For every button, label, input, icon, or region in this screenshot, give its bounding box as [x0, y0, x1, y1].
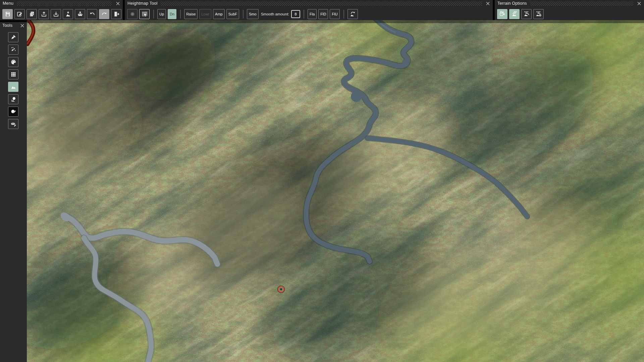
palette-tool-button[interactable] — [8, 57, 18, 67]
import-button[interactable] — [51, 9, 61, 19]
mask-edit-tool-button[interactable] — [8, 119, 18, 129]
separator — [153, 10, 154, 18]
separator — [343, 10, 344, 18]
raise-button[interactable]: Raise — [184, 9, 198, 19]
titlebar-drag-dots — [530, 1, 633, 6]
terrain-options-title: Terrain Options — [497, 1, 527, 6]
terrain-options-panel: Terrain Options — [495, 0, 644, 20]
redo-button[interactable] — [99, 9, 109, 19]
tools-title: Tools — [2, 23, 12, 28]
copy-map-button[interactable] — [26, 9, 37, 19]
menu-toolbar — [2, 9, 121, 19]
up-button[interactable]: Up — [157, 9, 166, 19]
terrain-options-toolbar — [497, 9, 642, 19]
amplify-button[interactable]: Amp — [213, 9, 225, 19]
down-button[interactable]: Dn — [168, 9, 176, 19]
terrain-render — [27, 20, 644, 362]
entity-tool-button[interactable] — [8, 94, 18, 104]
smooth-button[interactable]: Smo — [247, 9, 259, 19]
brush-cursor — [278, 286, 284, 293]
titlebar-drag-dots — [17, 1, 112, 6]
tools-toolbar — [8, 32, 18, 129]
menu-title: Menu — [3, 1, 13, 6]
tile-grid-tool-button[interactable] — [8, 69, 18, 79]
import-heightmap-button[interactable] — [63, 9, 73, 19]
smooth-amount-label: Smooth amount: — [261, 12, 289, 16]
flatten-button[interactable]: Fla — [308, 9, 317, 19]
close-icon[interactable] — [20, 23, 24, 28]
brush-tool-button[interactable] — [8, 32, 18, 42]
save-button[interactable] — [2, 9, 13, 19]
separator — [304, 10, 304, 18]
close-icon[interactable] — [115, 1, 120, 6]
magic-brush-tool-button[interactable] — [8, 45, 18, 55]
camera-view-button[interactable] — [497, 9, 507, 19]
menu-titlebar[interactable]: Menu — [0, 0, 123, 7]
terrain-options-titlebar[interactable]: Terrain Options — [495, 0, 644, 7]
separator — [243, 10, 244, 18]
tools-titlebar[interactable]: Tools — [0, 22, 27, 29]
titlebar-drag-dots — [161, 1, 482, 6]
map-viewport[interactable] — [27, 20, 644, 362]
import-mask-button[interactable] — [75, 9, 85, 19]
heightmap-toolbar: Up Dn Raise Lowr Amp SubF Smo Smooth amo… — [127, 9, 491, 19]
export-button[interactable] — [39, 9, 49, 19]
flatten-up-button[interactable]: FlU — [330, 9, 339, 19]
close-icon[interactable] — [485, 1, 490, 6]
heightmap-tool-panel: Heightmap Tool Up Dn Raise Lowr Amp SubF… — [125, 0, 493, 20]
smooth-amount-input[interactable] — [291, 10, 300, 18]
flatten-down-button[interactable]: FlD — [318, 9, 328, 19]
close-icon[interactable] — [637, 1, 641, 6]
heightmap-title: Heightmap Tool — [127, 1, 157, 6]
exit-button[interactable] — [111, 9, 121, 19]
heightmap-tool-button[interactable] — [8, 82, 18, 92]
tools-panel: Tools — [0, 22, 27, 362]
soft-brush-button[interactable] — [127, 9, 138, 19]
regenerate-terrain-button[interactable] — [347, 9, 358, 19]
lower-button[interactable]: Lowr — [199, 9, 211, 19]
grid-select-button[interactable] — [139, 9, 150, 19]
terrain-settings-button[interactable] — [533, 9, 544, 19]
edit-map-button[interactable] — [14, 9, 25, 19]
undo-button[interactable] — [87, 9, 97, 19]
heightmap-titlebar[interactable]: Heightmap Tool — [125, 0, 493, 7]
separator — [180, 10, 181, 18]
circle-edit-tool-button[interactable] — [8, 107, 18, 117]
menu-panel: Menu — [0, 0, 123, 20]
terrain-textured-button[interactable] — [509, 9, 520, 19]
terrain-flat-button[interactable] — [521, 9, 532, 19]
subf-button[interactable]: SubF — [226, 9, 239, 19]
